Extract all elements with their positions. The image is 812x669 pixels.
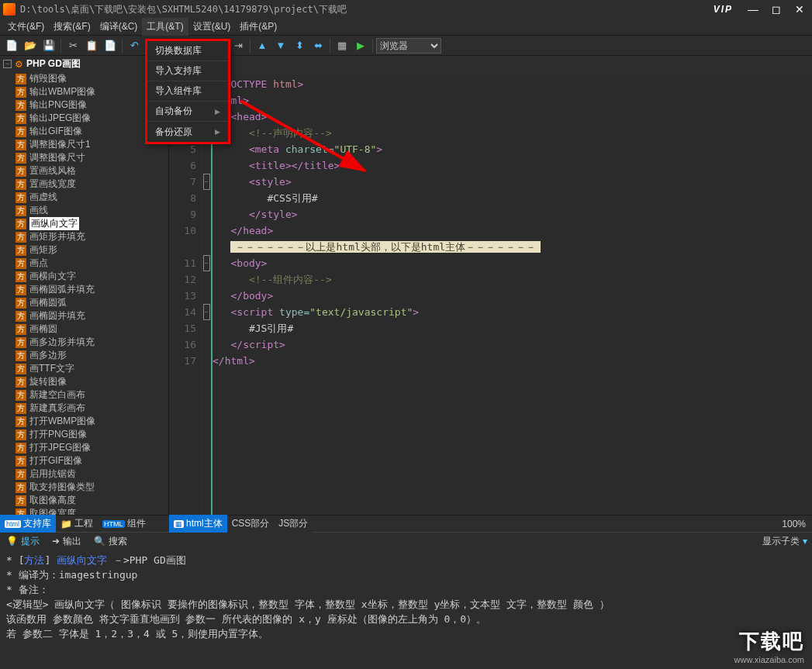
tree-item[interactable]: 方画虚线 [0, 191, 168, 204]
save-icon[interactable]: 💾 [40, 37, 57, 54]
tree-item[interactable]: 方画纵向文字 [0, 217, 168, 230]
tree-item[interactable]: 方取图像宽度 [0, 507, 168, 515]
tree-item[interactable]: 方销毁图像 [0, 72, 168, 85]
menu-4[interactable]: 设置(&U) [188, 18, 236, 36]
editor-tab-0[interactable]: ▦html主体 [169, 515, 227, 533]
minimize-button[interactable]: — [744, 2, 762, 16]
file-tabs: ■ [169, 56, 812, 74]
tree-item[interactable]: 方新建空白画布 [0, 388, 168, 402]
help-tab-2[interactable]: 🔍搜索 [88, 533, 133, 550]
tree-item[interactable]: 方画横向文字 [0, 270, 168, 283]
tree-item[interactable]: 方画椭圆 [0, 322, 168, 336]
method-icon: 方 [16, 337, 26, 348]
copy-icon[interactable]: 📋 [83, 37, 100, 54]
tree-item[interactable]: 方启用抗锯齿 [0, 467, 168, 481]
sidebar-tab-1[interactable]: 📁工程 [56, 515, 98, 533]
arrow-icon: ➜ [52, 536, 60, 547]
show-subclass-button[interactable]: 显示子类▾ [758, 535, 812, 548]
menu-2[interactable]: 编译(&C) [95, 18, 143, 36]
tree-item[interactable]: 方打开GIF图像 [0, 454, 168, 467]
tree-item[interactable]: 方画线 [0, 204, 168, 217]
collapse-icon[interactable]: ⬍ [291, 37, 308, 54]
tree-item[interactable]: 方画椭圆弧并填充 [0, 283, 168, 296]
tree-item[interactable]: 方新建真彩画布 [0, 402, 168, 415]
help-body: * [方法] 画纵向文字 －>PHP GD画图 * 编译为：imagestrin… [0, 550, 812, 668]
tree-item[interactable]: 方输出JPEG图像 [0, 112, 168, 125]
method-icon: 方 [16, 140, 26, 150]
vip-badge: VIP [714, 4, 733, 15]
editor-tab-2[interactable]: JS部分 [274, 515, 313, 533]
tree-item[interactable]: 方画TTF文字 [0, 362, 168, 375]
maximize-button[interactable]: ◻ [767, 2, 786, 16]
build-icon[interactable]: ▦ [333, 37, 351, 54]
menu-0[interactable]: 文件(&F) [3, 18, 49, 36]
tree-item[interactable]: 方调整图像尺寸 [0, 151, 168, 164]
method-icon: 方 [16, 364, 26, 374]
menu-1[interactable]: 搜索(&F) [49, 18, 95, 36]
method-icon: 方 [16, 403, 26, 414]
dropdown-item-1[interactable]: 导入支持库 [147, 61, 228, 81]
method-icon: 方 [16, 87, 26, 98]
method-icon: 方 [16, 416, 26, 427]
tree-item[interactable]: 方画矩形 [0, 243, 168, 257]
tree-item[interactable]: 方画多边形并填充 [0, 336, 168, 349]
nav-down-icon[interactable]: ▼ [272, 37, 289, 54]
tree-item[interactable]: 方画椭圆并填充 [0, 309, 168, 322]
code[interactable]: 1234567891011121314151617 −−−−−− <!DOCTY… [169, 74, 812, 515]
help-tab-1[interactable]: ➜输出 [46, 533, 88, 550]
run-icon[interactable]: ▶ [352, 37, 369, 54]
nav-up-icon[interactable]: ▲ [254, 37, 271, 54]
method-icon: 方 [16, 443, 26, 453]
tree-item[interactable]: 方取支持图像类型 [0, 481, 168, 494]
method-icon: 方 [16, 126, 26, 137]
method-icon: 方 [16, 219, 26, 229]
dropdown-item-2[interactable]: 导入组件库 [147, 81, 228, 102]
menu-3[interactable]: 工具(&T) [142, 18, 188, 36]
tree-item[interactable]: 方画矩形并填充 [0, 230, 168, 243]
sidebar: − ⚙ PHP GD画图 方销毁图像方输出WBMP图像方输出PNG图像方输出JP… [0, 56, 169, 515]
tree-item[interactable]: 方画椭圆弧 [0, 296, 168, 309]
method-icon: 方 [16, 456, 26, 467]
new-file-icon[interactable]: 📄 [3, 37, 20, 54]
tree-item[interactable]: 方打开PNG图像 [0, 428, 168, 441]
tree-item[interactable]: 方输出PNG图像 [0, 98, 168, 112]
method-icon: 方 [16, 311, 26, 322]
tree-item[interactable]: 方输出GIF图像 [0, 125, 168, 138]
menu-5[interactable]: 插件(&P) [235, 18, 282, 36]
open-icon[interactable]: 📂 [22, 37, 39, 54]
sidebar-tab-0[interactable]: html支持库 [0, 515, 56, 533]
cut-icon[interactable]: ✂ [64, 37, 81, 54]
fold-icon[interactable]: − [203, 255, 210, 271]
expand-icon[interactable]: ⬌ [309, 37, 327, 54]
tree-item[interactable]: 方画点 [0, 257, 168, 270]
tree-item[interactable]: 方画多边形 [0, 349, 168, 362]
fold-icon[interactable]: − [203, 174, 210, 190]
method-icon: 方 [16, 74, 26, 84]
editor: ■ 1234567891011121314151617 −−−−−− <!DOC… [169, 56, 812, 515]
close-button[interactable]: ✕ [790, 2, 809, 16]
browser-select[interactable]: 浏览器 [376, 38, 441, 53]
tree-item[interactable]: 方旋转图像 [0, 375, 168, 388]
tree-root[interactable]: − ⚙ PHP GD画图 [0, 56, 168, 72]
tree-item[interactable]: 方打开JPEG图像 [0, 441, 168, 454]
help-panel: 💡提示➜输出🔍搜索 显示子类▾ * [方法] 画纵向文字 －>PHP GD画图 … [0, 532, 812, 668]
indent2-icon[interactable]: ⇥ [230, 37, 247, 54]
tree-item[interactable]: 方输出WBMP图像 [0, 85, 168, 98]
dropdown-item-0[interactable]: 切换数据库 [147, 41, 228, 61]
help-tab-0[interactable]: 💡提示 [0, 533, 46, 550]
paste-icon[interactable]: 📄 [102, 37, 119, 54]
sidebar-tab-2[interactable]: HTML组件 [98, 515, 150, 533]
tree-item[interactable]: 方置画线宽度 [0, 178, 168, 191]
fold-icon[interactable]: − [203, 304, 210, 320]
undo-icon[interactable]: ↶ [126, 37, 143, 54]
tree-item[interactable]: 方调整图像尺寸1 [0, 138, 168, 151]
tree-item[interactable]: 方打开WBMP图像 [0, 415, 168, 428]
tree-item[interactable]: 方置画线风格 [0, 164, 168, 178]
dropdown-item-4[interactable]: 备份还原▶ [147, 122, 228, 142]
editor-tab-1[interactable]: CSS部分 [227, 515, 275, 533]
dropdown-item-3[interactable]: 自动备份▶ [147, 102, 228, 122]
bulb-icon: 💡 [6, 536, 18, 547]
editor-bottom-tabs: ▦html主体CSS部分JS部分 [169, 516, 313, 533]
tree-item[interactable]: 方取图像高度 [0, 494, 168, 507]
collapse-icon[interactable]: − [3, 60, 12, 68]
